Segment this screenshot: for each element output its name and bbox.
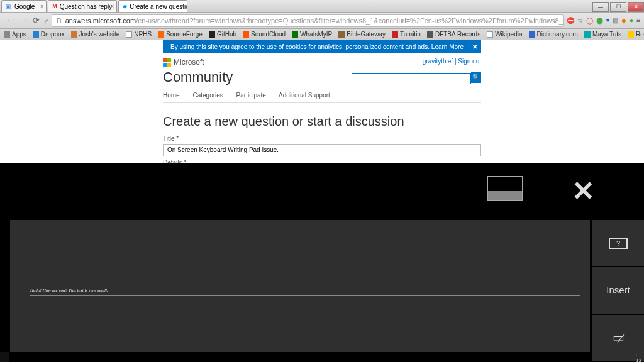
writing-baseline xyxy=(30,295,580,296)
menu-icon[interactable]: ≡ xyxy=(636,17,640,24)
tab-label: Google xyxy=(14,3,35,10)
handwriting-panel: ✕ Hello! How are you? This text is very … xyxy=(0,163,644,362)
title-label: Title * xyxy=(163,135,481,142)
apps-button[interactable]: Apps xyxy=(4,31,26,38)
site-menu: Home Categories Participate Additional S… xyxy=(163,92,481,103)
url-path: /en-us/newthread?forum=windows&threadtyp… xyxy=(136,17,564,25)
close-banner-icon[interactable]: ✕ xyxy=(472,43,477,50)
menu-participate[interactable]: Participate xyxy=(236,92,266,99)
bookmarks-bar: Apps Dropbox Josh's website NPHS SourceF… xyxy=(0,29,644,40)
site-search: 🔍 xyxy=(352,72,481,84)
bookmark-item[interactable]: SoundCloud xyxy=(243,31,286,38)
ext-icon[interactable]: ◆ xyxy=(621,17,626,24)
address-bar[interactable]: 🗋 answers.microsoft.com/en-us/newthread?… xyxy=(52,14,564,27)
handwriting-sidebar: ? Insert ▭̷ xyxy=(591,220,644,362)
bookmark-item[interactable]: SourceForge xyxy=(158,31,203,38)
abp-icon[interactable]: ⛔ xyxy=(567,17,574,24)
start-button[interactable] xyxy=(0,352,9,362)
ext-icon[interactable]: ⬤ xyxy=(596,17,603,24)
home-button[interactable]: ⌂ xyxy=(45,17,49,25)
maximize-button[interactable]: ☐ xyxy=(610,2,626,12)
window-titlebar: ▣ Google × M Question has reply: Cann × … xyxy=(0,0,644,13)
tab-label: Create a new question or xyxy=(130,3,187,10)
ext-icon[interactable]: ▾ xyxy=(606,17,609,24)
favicon: ▣ xyxy=(6,3,12,9)
bookmark-item[interactable]: Turnitin xyxy=(392,31,421,38)
window-controls: — ☐ ✕ xyxy=(591,2,644,12)
close-tab-icon[interactable]: × xyxy=(111,3,114,9)
bookmark-item[interactable]: GitHub xyxy=(209,31,236,38)
close-panel-icon[interactable]: ✕ xyxy=(572,175,595,207)
writing-area[interactable]: Hello! How are you? This text is very sm… xyxy=(10,220,590,352)
handwriting-text: Hello! How are you? This text is very sm… xyxy=(30,288,108,293)
close-tab-icon[interactable]: × xyxy=(40,3,43,9)
browser-tab[interactable]: ▣ Google × xyxy=(1,0,47,12)
ext-icon[interactable]: ● xyxy=(630,17,633,24)
signout-link[interactable]: Sign out xyxy=(458,58,481,65)
bookmark-item[interactable]: DFTBA Records xyxy=(427,31,480,38)
title-input[interactable] xyxy=(163,144,481,156)
bookmark-item[interactable]: Maya Tuts xyxy=(584,31,621,38)
minimize-button[interactable]: — xyxy=(592,2,609,12)
bookmark-item[interactable]: Josh's website xyxy=(71,31,120,38)
bookmark-item[interactable]: WhatsMyIP xyxy=(292,31,332,38)
help-button[interactable]: ? xyxy=(592,220,644,266)
username-link[interactable]: gravitythief xyxy=(423,58,453,65)
bookmark-item[interactable]: NPHS xyxy=(126,31,152,38)
bookmark-item[interactable]: Wikipedia xyxy=(487,31,522,38)
close-window-button[interactable]: ✕ xyxy=(628,2,644,12)
page-heading: Create a new question or start a discuss… xyxy=(163,114,481,129)
system-tray[interactable]: d13 xyxy=(633,352,644,362)
opera-icon[interactable]: ◯ xyxy=(586,17,593,24)
bookmark-item[interactable]: Dropbox xyxy=(33,31,65,38)
bookmark-item[interactable]: Dictionary.com xyxy=(529,31,578,38)
bookmark-item[interactable]: RocketJump xyxy=(628,31,644,38)
browser-tab-active[interactable]: ◆ Create a new question or × xyxy=(118,0,187,12)
search-button[interactable]: 🔍 xyxy=(471,72,481,83)
tab-label: Question has reply: Cann xyxy=(60,3,118,10)
reload-button[interactable]: ⟳ xyxy=(33,16,40,25)
browser-tab[interactable]: M Question has reply: Cann × xyxy=(48,0,117,12)
bookmark-star-icon[interactable]: ☆ xyxy=(577,17,583,24)
favicon: ◆ xyxy=(123,3,127,9)
url-host: answers.microsoft.com xyxy=(65,17,136,25)
back-button[interactable]: ← xyxy=(6,16,14,25)
favicon: M xyxy=(52,3,57,9)
insert-button[interactable]: Insert xyxy=(592,267,644,313)
forward-button[interactable]: → xyxy=(19,16,28,25)
ext-icon[interactable]: ▤ xyxy=(613,17,618,24)
menu-support[interactable]: Additional Support xyxy=(279,92,330,99)
cookie-text: By using this site you agree to the use … xyxy=(170,43,430,50)
browser-toolbar: ← → ⟳ ⌂ 🗋 answers.microsoft.com/en-us/ne… xyxy=(0,13,644,29)
close-tab-icon[interactable]: × xyxy=(181,3,184,9)
cookie-banner: By using this site you agree to the use … xyxy=(163,40,481,53)
menu-categories[interactable]: Categories xyxy=(192,92,223,99)
dock-mode-button[interactable] xyxy=(487,176,523,201)
learn-more-link[interactable]: Learn More xyxy=(431,43,464,50)
bookmark-item[interactable]: BibleGateway xyxy=(338,31,386,38)
menu-home[interactable]: Home xyxy=(163,92,180,99)
search-input[interactable] xyxy=(352,73,471,84)
user-links: gravitythief | Sign out xyxy=(423,58,481,65)
